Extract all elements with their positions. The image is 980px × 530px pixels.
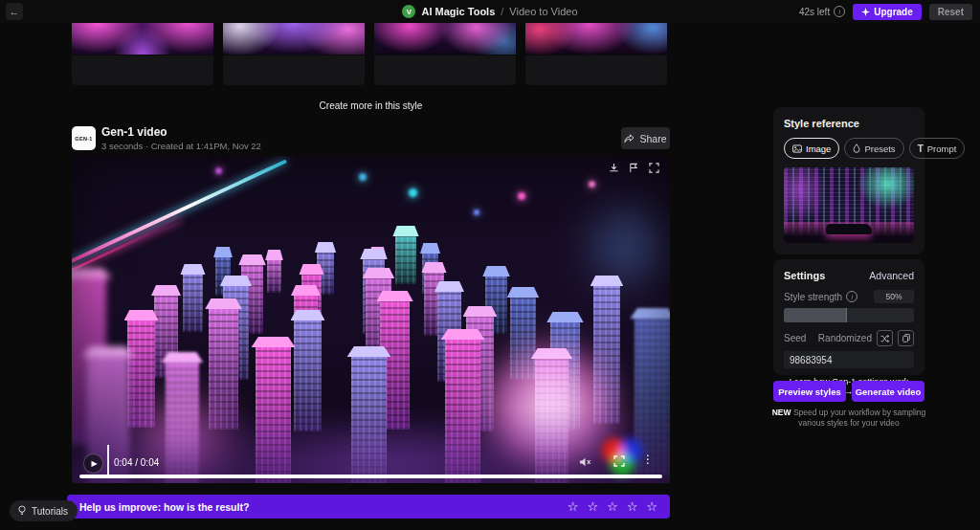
tutorials-button[interactable]: Tutorials <box>10 500 78 521</box>
feedback-prompt: Help us improve: how is the result? <box>79 501 249 513</box>
bokeh-light <box>215 167 222 174</box>
star-icon[interactable]: ☆ <box>568 500 579 513</box>
thumbnail-caption <box>525 55 667 85</box>
new-feature-note: NEW Speed up your workflow by sampling v… <box>769 408 928 430</box>
seed-mode-label: Randomized <box>818 333 872 343</box>
time-left-text: 42s left <box>799 7 830 17</box>
tower <box>445 336 480 483</box>
share-icon <box>624 134 635 144</box>
tower <box>183 271 203 332</box>
video-toolbar <box>607 162 660 174</box>
video-title: Gen-1 video <box>101 125 167 139</box>
tower <box>294 317 322 431</box>
time-display: 0:04 / 0:04 <box>114 457 159 468</box>
generate-video-label: Generate video <box>856 386 922 397</box>
share-label: Share <box>639 133 666 144</box>
reset-label: Reset <box>938 7 964 17</box>
car-silhouette <box>826 224 872 234</box>
gallery-thumbnail[interactable] <box>72 23 213 85</box>
tab-prompt[interactable]: T Prompt <box>909 138 966 159</box>
share-button[interactable]: Share <box>621 127 670 149</box>
upgrade-label: Upgrade <box>874 7 913 17</box>
video-player[interactable]: ▶ 0:04 / 0:04 ⋮ <box>72 156 670 483</box>
avatar[interactable]: V <box>402 5 415 18</box>
slider-fill <box>784 308 847 322</box>
style-strength-value[interactable]: 50% <box>874 290 914 303</box>
upgrade-button[interactable]: Upgrade <box>853 4 922 20</box>
scrubber-marker[interactable] <box>107 445 109 477</box>
fullscreen-icon[interactable] <box>613 455 625 467</box>
topbar-actions: 42s left i Upgrade Reset <box>799 0 972 23</box>
preview-styles-button[interactable]: Preview styles <box>773 381 846 402</box>
tower <box>256 343 291 483</box>
play-button[interactable]: ▶ <box>83 453 103 474</box>
image-icon <box>792 144 802 153</box>
advanced-link[interactable]: Advanced <box>869 270 914 281</box>
app-title: AI Magic Tools <box>421 6 495 17</box>
volume-muted-icon[interactable] <box>579 456 591 468</box>
page-title: Video to Video <box>509 6 577 17</box>
sparkle-icon <box>861 8 870 16</box>
tutorials-label: Tutorials <box>32 506 68 517</box>
laser-streak <box>72 159 287 263</box>
tower <box>351 353 387 483</box>
time-left-label: 42s left i <box>799 6 845 17</box>
style-reference-title: Style reference <box>784 118 914 129</box>
generate-video-button[interactable]: Generate video <box>852 381 924 402</box>
tower <box>593 282 620 424</box>
tower <box>535 355 568 483</box>
new-text: Speed up your workflow by sampling vario… <box>791 408 926 428</box>
thumbnail-image <box>72 23 213 55</box>
flag-icon[interactable] <box>627 162 640 174</box>
bokeh-light <box>589 181 595 188</box>
thumbnail-caption <box>72 55 213 85</box>
tab-image[interactable]: Image <box>784 138 839 159</box>
gen1-badge: GEN-1 <box>72 126 96 150</box>
gallery-thumbnail[interactable] <box>374 23 516 85</box>
tower <box>510 294 536 380</box>
tab-prompt-label: Prompt <box>927 144 957 154</box>
tower <box>267 256 281 293</box>
thumbnail-image <box>374 23 516 55</box>
preview-styles-label: Preview styles <box>778 386 841 397</box>
style-reference-panel: Style reference Image Presets T Prompt <box>773 107 924 254</box>
progress-bar[interactable] <box>79 475 662 478</box>
settings-panel: Settings Advanced Style strength i 50% S… <box>773 259 924 375</box>
breadcrumb-separator: / <box>501 6 503 17</box>
bokeh-light <box>518 192 525 200</box>
expand-icon[interactable] <box>647 162 660 174</box>
style-strength-slider[interactable] <box>784 308 914 322</box>
info-icon[interactable]: i <box>846 291 858 302</box>
reset-button[interactable]: Reset <box>929 4 972 20</box>
star-icon[interactable]: ☆ <box>587 500 598 513</box>
more-options-icon[interactable]: ⋮ <box>642 453 654 466</box>
tower <box>127 317 155 428</box>
star-rating: ☆ ☆ ☆ ☆ ☆ <box>568 500 657 513</box>
shuffle-icon[interactable] <box>877 330 893 346</box>
bokeh-light <box>359 173 367 181</box>
info-icon[interactable]: i <box>834 6 845 17</box>
gallery-thumbnail[interactable] <box>223 23 365 85</box>
tab-image-label: Image <box>806 144 831 154</box>
video-subtitle: 3 seconds · Created at 1:41PM, Nov 22 <box>101 141 261 151</box>
new-badge: NEW <box>772 408 791 417</box>
create-more-label: Create more in this style <box>72 100 670 111</box>
style-strength-text: Style strength <box>784 292 842 302</box>
copy-icon[interactable] <box>898 330 914 346</box>
tower <box>209 305 238 430</box>
thumbnail-image <box>525 23 667 55</box>
style-strength-label: Style strength i <box>784 291 858 302</box>
gallery-thumbnail[interactable] <box>525 23 667 85</box>
feedback-bar: Help us improve: how is the result? ☆ ☆ … <box>67 495 670 519</box>
star-icon[interactable]: ☆ <box>627 500 638 513</box>
seed-input[interactable] <box>784 351 914 368</box>
thumbnail-image <box>223 23 365 55</box>
top-bar: ← V AI Magic Tools / Video to Video 42s … <box>0 0 980 23</box>
star-icon[interactable]: ☆ <box>607 500 618 513</box>
settings-title: Settings <box>784 270 825 281</box>
download-icon[interactable] <box>607 162 620 174</box>
bokeh-light <box>409 188 417 197</box>
tab-presets[interactable]: Presets <box>844 138 903 159</box>
style-reference-image[interactable] <box>784 167 914 243</box>
star-icon[interactable]: ☆ <box>646 500 657 513</box>
